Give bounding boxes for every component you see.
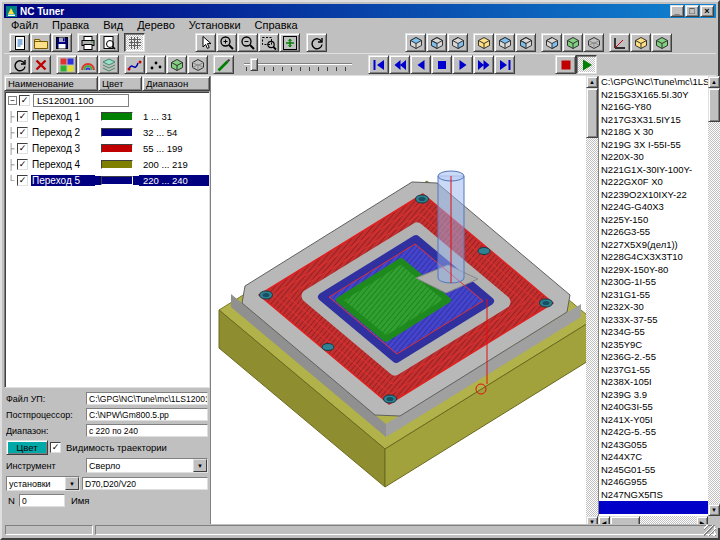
grid-button[interactable] xyxy=(124,33,145,52)
gcode-line[interactable]: N227X5X9(дел1)) xyxy=(601,239,708,252)
gcode-line[interactable]: N241X-Y05I xyxy=(601,414,708,427)
column-header-color[interactable]: Цвет xyxy=(98,76,142,91)
view-vertical-scrollbar[interactable]: ▲ ▼ xyxy=(586,76,598,528)
undo-button[interactable] xyxy=(9,55,30,74)
stop-button[interactable] xyxy=(555,55,576,74)
gcode-line[interactable]: N242G-5.-55 xyxy=(601,426,708,439)
gcode-line[interactable]: N218G X 30 xyxy=(601,126,708,139)
chevron-down-icon[interactable]: ▼ xyxy=(193,459,207,472)
gcode-line[interactable]: N239G 3.9 xyxy=(601,389,708,402)
gcode-line[interactable]: N230G-1I-55 xyxy=(601,276,708,289)
gcode-line[interactable]: N228G4CX3X3T10 xyxy=(601,251,708,264)
gcode-line[interactable]: N238X-105I xyxy=(601,376,708,389)
view-se-button[interactable] xyxy=(651,33,672,52)
minimize-button[interactable]: _ xyxy=(670,5,684,17)
gcode-line[interactable]: N220X-30 xyxy=(601,151,708,164)
resize-grip[interactable] xyxy=(704,525,716,536)
gcode-line[interactable] xyxy=(599,501,708,514)
gcode-line[interactable]: N222GX0F X0 xyxy=(601,176,708,189)
tool-params-field[interactable]: D70,D20/V20 xyxy=(82,477,208,490)
gcode-line[interactable]: N236G-2.-55 xyxy=(601,351,708,364)
gcode-line[interactable]: N217G3X31.5IY15 xyxy=(601,114,708,127)
preview-button[interactable] xyxy=(98,33,119,52)
collapse-icon[interactable]: − xyxy=(8,96,17,105)
tree-root-row[interactable]: −✓LS12001.100 xyxy=(5,92,209,108)
view-iso-button[interactable] xyxy=(473,33,494,52)
gcode-line[interactable]: N233X-37-55 xyxy=(601,314,708,327)
scroll-up-icon[interactable]: ▲ xyxy=(708,76,720,88)
view-front-button[interactable] xyxy=(426,33,447,52)
view-right-button[interactable] xyxy=(541,33,562,52)
maximize-button[interactable]: □ xyxy=(685,5,699,17)
zoom-out-button[interactable] xyxy=(237,33,258,52)
view-3d[interactable] xyxy=(210,76,586,528)
go-first-button[interactable] xyxy=(368,55,389,74)
gcode-line[interactable]: N237G1-55 xyxy=(601,364,708,377)
tree-body[interactable]: −✓LS12001.100├✓Переход 11 ... 31├✓Перехо… xyxy=(4,91,210,388)
open-button[interactable] xyxy=(30,33,51,52)
gcode-line[interactable]: N229X-150Y-80 xyxy=(601,264,708,277)
tree-row[interactable]: ├✓Переход 355 ... 199 xyxy=(5,140,209,156)
gcode-line[interactable]: N234G-55 xyxy=(601,326,708,339)
gcode-line[interactable]: N240G3I-55 xyxy=(601,401,708,414)
fast-back-button[interactable] xyxy=(389,55,410,74)
rotate-view-button[interactable] xyxy=(306,33,327,52)
view-axes-button[interactable] xyxy=(609,33,630,52)
select-button[interactable] xyxy=(195,33,216,52)
zoom-slider[interactable] xyxy=(242,56,354,74)
visibility-checkbox[interactable]: ✓ xyxy=(50,442,61,453)
chevron-down-icon[interactable]: ▼ xyxy=(65,477,79,490)
measure-button[interactable] xyxy=(213,55,234,74)
scrollbar-thumb[interactable] xyxy=(586,88,598,138)
menu-tree[interactable]: Дерево xyxy=(130,19,182,32)
tree-row[interactable]: ├✓Переход 232 ... 54 xyxy=(5,124,209,140)
zoom-in-button[interactable] xyxy=(216,33,237,52)
gcode-line[interactable]: N244X7C xyxy=(601,451,708,464)
layer-checkbox[interactable]: ✓ xyxy=(17,175,28,186)
trajectory-button[interactable] xyxy=(124,55,145,74)
gcode-line[interactable]: N219G 3X I-55I-55 xyxy=(601,139,708,152)
root-checkbox[interactable]: ✓ xyxy=(19,95,30,106)
zoom-window-button[interactable] xyxy=(258,33,279,52)
gcode-line[interactable]: N221G1X-30IY-100Y- xyxy=(601,164,708,177)
n-field[interactable]: 0 xyxy=(19,494,65,507)
solid-button[interactable] xyxy=(166,55,187,74)
view-bottom-button[interactable] xyxy=(494,33,515,52)
gcode-line[interactable]: N226G3-55 xyxy=(601,226,708,239)
scrollbar-thumb[interactable] xyxy=(708,88,720,122)
slider-track[interactable] xyxy=(244,63,352,65)
layer-checkbox[interactable]: ✓ xyxy=(17,143,28,154)
mode-combobox[interactable]: установки ▼ xyxy=(6,476,80,491)
fast-forward-button[interactable] xyxy=(473,55,494,74)
gcode-line[interactable]: N215G3X165.5I.30Y xyxy=(601,89,708,102)
palette-button[interactable] xyxy=(56,55,77,74)
menu-settings[interactable]: Установки xyxy=(182,19,248,32)
save-button[interactable] xyxy=(51,33,72,52)
gcode-line[interactable]: N245G01-55 xyxy=(601,464,708,477)
view-back-button[interactable] xyxy=(515,33,536,52)
new-button[interactable] xyxy=(9,33,30,52)
view-side-button[interactable] xyxy=(447,33,468,52)
menu-view[interactable]: Вид xyxy=(96,19,130,32)
zoom-all-button[interactable] xyxy=(279,33,300,52)
gcode-line[interactable]: N235Y9C xyxy=(601,339,708,352)
step-forward-button[interactable] xyxy=(452,55,473,74)
print-button[interactable] xyxy=(77,33,98,52)
gcode-line[interactable]: N246G955 xyxy=(601,476,708,489)
delete-button[interactable] xyxy=(30,55,51,74)
layer-checkbox[interactable]: ✓ xyxy=(17,127,28,138)
menu-file[interactable]: Файл xyxy=(4,19,45,32)
go-last-button[interactable] xyxy=(494,55,515,74)
run-button[interactable] xyxy=(576,55,597,74)
scroll-up-icon[interactable]: ▲ xyxy=(586,76,598,88)
color-button[interactable]: Цвет xyxy=(6,440,48,455)
gcode-line[interactable]: N225Y-150 xyxy=(601,214,708,227)
layers-button[interactable] xyxy=(98,55,119,74)
pause-button[interactable] xyxy=(431,55,452,74)
gcode-line[interactable]: N216G-Y80 xyxy=(601,101,708,114)
tree-row[interactable]: ├✓Переход 11 ... 31 xyxy=(5,108,209,124)
layer-checkbox[interactable]: ✓ xyxy=(17,159,28,170)
menu-edit[interactable]: Правка xyxy=(45,19,96,32)
gradient-button[interactable] xyxy=(77,55,98,74)
step-back-button[interactable] xyxy=(410,55,431,74)
